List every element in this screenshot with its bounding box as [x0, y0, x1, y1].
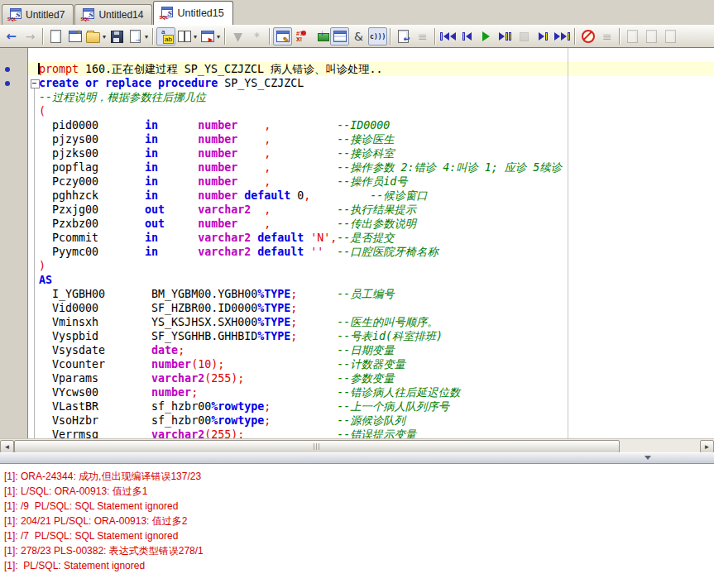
code-line: pjzks00 in number , --接诊科室	[39, 146, 714, 160]
compile-message-panel: [1]: ORA-24344: 成功,但出现编译错误137/23[1]: L/S…	[0, 464, 714, 588]
statistics-button[interactable]	[330, 27, 349, 45]
test-window-button[interactable]: ↓	[311, 27, 330, 45]
toggle-breakpoint-button[interactable]	[578, 27, 597, 45]
auto-indent-button: ≡	[413, 27, 432, 45]
export-file-button[interactable]: →▾	[127, 27, 150, 45]
step-back-icon	[460, 29, 474, 44]
code-line: Vyspbid SF_YSGHHB.GHHBID%TYPE; --号表id(科室…	[39, 329, 714, 343]
code-line: create or replace procedure SP_YS_CZJZCL	[39, 76, 714, 90]
skip-to-first-button[interactable]	[438, 27, 458, 45]
tab-label: Untitled14	[98, 9, 143, 21]
code-line: pid0000 in number , --ID0000	[39, 118, 714, 132]
toolbar-separator	[152, 28, 154, 45]
sql-editor[interactable]: prompt 160.正在创建过程 SP_YS_CZJZCL 病人错诊、叫诊处理…	[0, 48, 714, 438]
code-line: Pzxbz00 out number , --传出参数说明	[39, 217, 714, 231]
toolbar-separator	[390, 28, 391, 45]
step-back-button[interactable]	[458, 27, 477, 45]
compile-error-line[interactable]: [1]: ORA-24344: 成功,但出现编译错误137/23	[4, 469, 714, 484]
forward-button: →	[21, 27, 40, 45]
copy-document-icon	[625, 29, 640, 44]
find-replace-icon: aab	[159, 29, 173, 44]
save-icon	[110, 29, 124, 44]
window-list-button[interactable]: ▸▾	[199, 27, 222, 45]
scrollbar-thumb[interactable]	[14, 440, 620, 453]
compile-error-line[interactable]: [1]: /7 PL/SQL: SQL Statement ignored	[4, 528, 714, 543]
code-line: popflag in number , --操作参数 2:错诊 4:叫诊 1; …	[39, 160, 714, 174]
code-line: Pzxjg00 out varchar2 , --执行结果提示	[39, 203, 714, 217]
print-document-button	[661, 27, 680, 45]
open-file-button[interactable]: ▾	[84, 27, 108, 45]
skip-to-first-icon	[440, 29, 456, 44]
split-window-button[interactable]: ▾	[175, 27, 199, 45]
toolbar-separator	[42, 28, 44, 45]
edit-data-button[interactable]: ✎	[273, 27, 292, 45]
find-replace-button[interactable]: aab	[156, 27, 175, 45]
sql-window-icon: SSQL	[80, 8, 94, 22]
splitter-collapse-chevron-icon[interactable]	[645, 456, 651, 460]
auto-indent-icon: ≡	[415, 29, 429, 44]
dropdown-arrow-icon[interactable]: ▾	[217, 33, 220, 41]
scroll-left-arrow[interactable]: ◄	[0, 440, 14, 453]
copy-to-window-button[interactable]: ↩	[394, 27, 413, 45]
compile-error-line[interactable]: [1]: L/SQL: ORA-00913: 值过多1	[4, 484, 714, 499]
step-forward-icon	[536, 29, 550, 44]
dropdown-arrow-icon[interactable]: ▾	[103, 33, 106, 41]
stop-button	[515, 27, 534, 45]
code-line: VLastBR sf_hzbr00%rowtype; --上一个病人队列序号	[39, 399, 714, 414]
new-program-window-button[interactable]: +	[65, 27, 84, 45]
plsql-developer-window: { "colors":{"accent_blue":"#0000e8","typ…	[0, 0, 714, 588]
code-line: Pyymc00 in varchar2 default '' --口腔医院牙椅名…	[39, 245, 714, 259]
step-forward-button[interactable]	[534, 27, 553, 45]
new-program-window-icon: +	[68, 29, 82, 44]
compile-error-line[interactable]: [1]: 204/21 PL/SQL: ORA-00913: 值过多2	[4, 514, 714, 528]
sql-window-icon: SSQL	[7, 8, 22, 22]
code-marker-dot[interactable]	[5, 81, 10, 86]
scroll-right-arrow[interactable]: ►	[700, 440, 714, 453]
tab-untitled7[interactable]: SSQLUntitled7	[2, 4, 74, 25]
code-line: Vminsxh YS_KSJHSX.SXH000%TYPE; --医生的叫号顺序…	[39, 315, 714, 329]
toolbar-separator	[434, 28, 436, 45]
compile-error-line[interactable]: [1]: /9 PL/SQL: SQL Statement ignored	[4, 499, 714, 514]
stop-icon	[517, 29, 531, 44]
code-line: )	[39, 259, 714, 273]
new-document-button[interactable]	[46, 27, 65, 45]
step-over-button: ≡	[597, 27, 616, 45]
execute-button[interactable]	[477, 27, 496, 45]
show-errors-icon: #?X!	[295, 29, 309, 44]
code-line: prompt 160.正在创建过程 SP_YS_CZJZCL 病人错诊、叫诊处理…	[39, 62, 714, 76]
tab-bar: SSQLUntitled7SSQLUntitled14SSQLUntitled1…	[0, 0, 714, 25]
compile-error-line[interactable]: [1]: PL/SQL: Statement ignored	[4, 558, 714, 573]
show-errors-button[interactable]: #?X!	[292, 27, 311, 45]
code-line: AS	[39, 273, 714, 287]
tab-label: Untitled7	[26, 9, 65, 21]
skip-to-last-button[interactable]	[553, 27, 572, 45]
text-caret	[38, 63, 40, 74]
dropdown-arrow-icon[interactable]: ▾	[145, 33, 148, 41]
dropdown-arrow-icon[interactable]: ▾	[194, 33, 197, 41]
toolbar-separator	[574, 28, 576, 45]
compile-error-line[interactable]: [1]: 278/23 PLS-00382: 表达式类型错误278/1	[4, 543, 714, 558]
forward-icon: →	[23, 29, 37, 44]
sort-icon: *	[250, 29, 264, 44]
horizontal-scrollbar[interactable]: ◄ ►	[0, 438, 714, 452]
substitution-button[interactable]: &	[349, 27, 368, 45]
tab-untitled14[interactable]: SSQLUntitled14	[74, 4, 152, 25]
code-line: pjzys00 in number , --接诊医生	[39, 132, 714, 146]
dbms-output-button[interactable]: c)))	[368, 27, 387, 45]
code-line: pghhzck in number default 0, --候诊窗口	[39, 189, 714, 203]
run-pause-button[interactable]	[496, 27, 515, 45]
test-window-icon: ↓	[314, 29, 328, 44]
back-icon: ←	[4, 29, 18, 44]
save-button[interactable]	[108, 27, 127, 45]
code-line: Vparams varchar2(255); --参数变量	[39, 371, 714, 385]
code-marker-dot[interactable]	[5, 67, 10, 72]
editor-gutter[interactable]	[0, 48, 28, 438]
back-button[interactable]: ←	[2, 27, 21, 45]
export-document-button	[642, 27, 661, 45]
editor-message-splitter[interactable]	[0, 452, 714, 464]
tab-untitled15[interactable]: SSQLUntitled15	[153, 1, 232, 25]
edit-data-icon: ✎	[276, 29, 290, 44]
print-document-icon	[664, 29, 678, 44]
code-line: Vcounter number(10); --计数器变量	[39, 357, 714, 371]
execute-icon	[479, 29, 493, 44]
